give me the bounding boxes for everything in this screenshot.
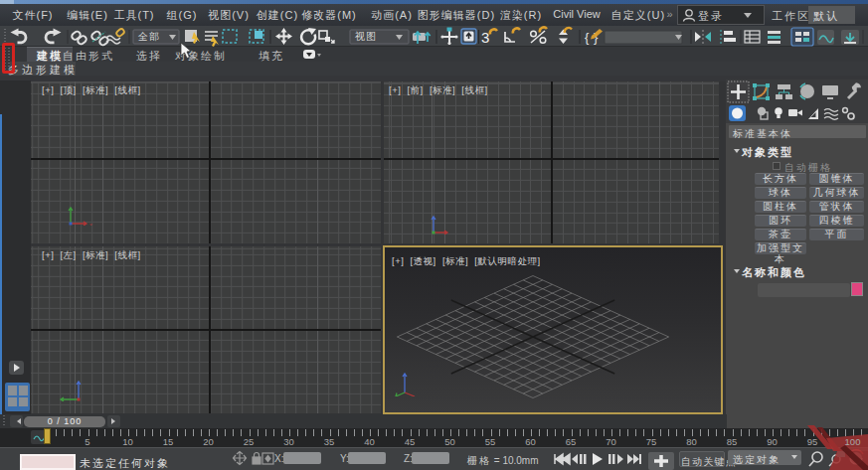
svg-text:视图: 视图	[355, 31, 377, 42]
svg-text:3: 3	[481, 29, 489, 46]
svg-text:全部: 全部	[137, 31, 160, 42]
svg-text:x: x	[89, 222, 92, 226]
svg-text:{: {	[585, 30, 590, 45]
